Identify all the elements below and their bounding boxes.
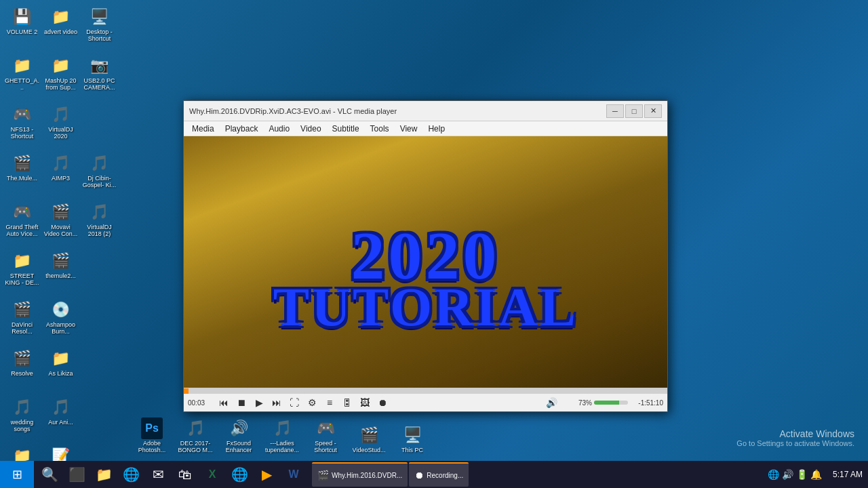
ladies-icon: 🎵 [271,418,293,439]
vlc-controls-bar: 00:03 ⏮ ⏹ ▶ ⏭ ⛶ ⚙ ≡ 🎛 🖼 ⏺ 🔊 73% [184,394,667,411]
taskbar: ⊞ 🔍 ⬛ 📁 🌐 ✉ 🛍 X 🌐 ▶ W 🎬 Why.Him.2016.DVD… [0,461,868,488]
adobe-ps-label: Adobe Photosh... [134,441,170,454]
vlc-timeline[interactable] [184,388,667,394]
desktop-icon-ladies[interactable]: 🎵 ---Ladies tupendane... [262,415,302,457]
desktop-icon-volume2[interactable]: 💾 VOLUME 2 [3,3,41,51]
taskbar-excel-icon[interactable]: X [199,462,225,487]
vlc-volume-bar[interactable] [594,401,628,405]
desktop-icon-resolve[interactable]: 🎬 Resolve [3,345,41,392]
vlc-menubar: Media Playback Audio Video Subtitle Tool… [184,121,667,136]
speed-icon: 🎮 [315,418,336,439]
vlc-volume-icon[interactable]: 🔊 [546,397,557,408]
desktop-icon-virtualdj2018[interactable]: 🎵 VirtualDJ 2018 (2) [81,199,118,246]
vlc-record-button[interactable]: ⏺ [375,396,390,409]
desktop-icon-themule2[interactable]: 🎬 themule2... [42,247,79,295]
aur-ani-icon: 🎵 [50,396,72,418]
vlc-frame-button[interactable]: 🖼 [357,396,372,409]
desktop-icon-dec2017[interactable]: 🎵 DEC 2017- BONGO M... [175,415,216,457]
desktop: 💾 VOLUME 2 📁 advert video 🖥️ Desktop - S… [0,0,868,488]
taskbar-word-icon[interactable]: W [281,462,307,487]
virtualdj2018-icon: 🎵 [89,201,111,223]
vlc-extended-button[interactable]: ⚙ [304,396,319,409]
vlc-minimize-button[interactable]: ─ [606,104,624,118]
desktop-icon-ashampoo[interactable]: 💿 Ashampoo Burn... [42,296,79,344]
desktop-icon-ghetto[interactable]: 📁 GHETTO_A... [3,52,41,100]
desktop-icon-usb-camera[interactable]: 📷 USB2.0 PC CAMERA... [81,52,118,100]
desktop-icon-aimp3[interactable]: 🎵 AIMP3 [42,150,79,197]
as-likiza-label: As Likiza [48,371,73,378]
taskbar-app-recording[interactable]: ⏺ Recording... [409,462,469,487]
vlc-prev-button[interactable]: ⏮ [216,396,231,409]
taskbar-edge-icon[interactable]: 🌐 [118,462,144,487]
desktop-icon-movavi[interactable]: 🎬 Movavi Video Con... [42,199,79,246]
vlc-next-button[interactable]: ⏭ [269,396,284,409]
taskbar-mail-icon[interactable]: ✉ [145,462,171,487]
taskbar-app-vlc[interactable]: 🎬 Why.Him.2016.DVDR... [312,462,408,487]
virtualdj2020-label: VirtualDJ 2020 [43,127,78,140]
vlc-controls: 00:03 ⏮ ⏹ ▶ ⏭ ⛶ ⚙ ≡ 🎛 🖼 ⏺ 🔊 73% [184,388,667,411]
vlc-fullscreen-button[interactable]: ⛶ [287,396,302,409]
desktop-icon-davinci[interactable]: 🎬 DaVinci Resol... [3,296,41,344]
systray-volume-icon[interactable]: 🔊 [782,469,793,480]
desktop-icon-virtualdj2020[interactable]: 🎵 VirtualDJ 2020 [42,101,79,148]
desktop-icon-speed[interactable]: 🎮 Speed - Shortcut [305,415,346,457]
djcibin-label: Dj Cibin-Gospel- Ki... [82,176,117,189]
taskbar-search-icon[interactable]: 🔍 [37,462,62,487]
vlc-menu-help[interactable]: Help [422,123,450,135]
desktop-icon-desktop-shortcut[interactable]: 🖥️ Desktop - Shortcut [81,3,118,51]
desktop-icon-as-likiza[interactable]: 📁 As Likiza [42,345,79,392]
vlc-close-button[interactable]: ✕ [644,104,662,118]
desktop-icon-advert[interactable]: 📁 advert video [42,3,79,51]
taskbar-clock[interactable]: 5:17 AM [827,470,868,479]
bottom-desktop-row: Ps Adobe Photosh... 🎵 DEC 2017- BONGO M.… [129,412,435,460]
systray-notification-icon[interactable]: 🔔 [810,469,822,480]
vlc-playlist-button[interactable]: ≡ [322,396,337,409]
vlc-menu-video[interactable]: Video [295,123,326,135]
desktop-icon-aur-ani[interactable]: 🎵 Aur Ani... [42,394,79,441]
vlc-stop-button[interactable]: ⏹ [234,396,249,409]
desktop-icon-wedding[interactable]: 🎵 wedding songs [3,394,41,441]
nfs13-label: NFS13 - Shortcut [5,127,39,140]
taskbar-chrome-icon[interactable]: 🌐 [226,462,252,487]
taskbar-vlc-icon[interactable]: ▶ [254,462,279,487]
themule2-label: themule2... [45,273,76,280]
desktop-icon-grand-theft[interactable]: 🎮 Grand Theft Auto Vice... [3,199,41,246]
vlc-video-area[interactable]: 2020 TUTORIAL [184,136,667,388]
systray-battery-icon[interactable]: 🔋 [796,469,808,480]
vlc-menu-tools[interactable]: Tools [365,123,395,135]
ghetto-label: GHETTO_A... [5,78,39,92]
vlc-play-button[interactable]: ▶ [252,396,267,409]
desktop-icon-streetking[interactable]: 📁 STREET KING - DE... [3,247,41,295]
wedding-label: wedding songs [5,420,39,433]
taskbar-folder-icon[interactable]: 📁 [91,462,117,487]
streetking-label: STREET KING - DE... [5,273,39,287]
desktop-icon-fxsound[interactable]: 🔊 FxSound Enhancer [218,415,259,457]
desktop-icon-videostud[interactable]: 🎬 VideoStud... [349,422,389,457]
vlc-menu-media[interactable]: Media [186,123,220,135]
vlc-volume-area: 🔊 73% [546,397,628,408]
desktop-icon-mashup[interactable]: 📁 MashUp 20 from Sup... [42,52,79,100]
desktop-icon-themule[interactable]: 🎬 The.Mule... [3,150,41,197]
vlc-menu-playback[interactable]: Playback [220,123,264,135]
aur-ani-label: Aur Ani... [48,420,73,426]
taskbar-store-icon[interactable]: 🛍 [172,462,198,487]
mashup-label: MashUp 20 from Sup... [43,78,78,92]
desktop-icon-djcibin[interactable]: 🎵 Dj Cibin-Gospel- Ki... [81,150,118,197]
themule-icon: 🎬 [12,152,33,174]
start-button[interactable]: ⊞ [0,461,34,488]
grand-theft-icon: 🎮 [12,201,33,223]
systray-network-icon[interactable]: 🌐 [768,469,779,480]
vlc-maximize-button[interactable]: □ [625,104,643,118]
taskbar-task-view-icon[interactable]: ⬛ [64,462,90,487]
vlc-menu-subtitle[interactable]: Subtitle [327,123,365,135]
vlc-menu-audio[interactable]: Audio [263,123,295,135]
desktop-icon-adobe-ps[interactable]: Ps Adobe Photosh... [132,415,172,457]
desktop-icon-thispc[interactable]: 🖥️ This PC [392,422,433,457]
taskbar-app-vlc-label: Why.Him.2016.DVDR... [332,472,402,479]
aimp3-icon: 🎵 [50,152,72,174]
vlc-titlebar[interactable]: Why.Him.2016.DVDRip.XviD.AC3-EVO.avi - V… [184,101,667,121]
vlc-volume-pct: 73% [559,399,592,407]
desktop-icon-nfs13[interactable]: 🎮 NFS13 - Shortcut [3,101,41,148]
vlc-effects-button[interactable]: 🎛 [340,396,355,409]
vlc-menu-view[interactable]: View [395,123,423,135]
